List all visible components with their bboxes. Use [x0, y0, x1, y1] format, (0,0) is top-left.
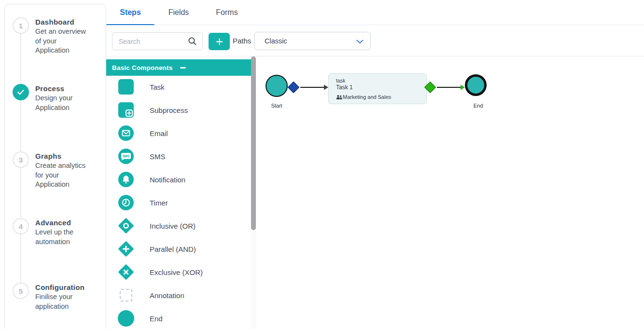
task-type-label: task	[336, 78, 426, 84]
inclusive-or-icon	[118, 218, 134, 234]
component-palette: Basic Components Task Subprocess	[106, 56, 256, 329]
step-number: 1	[19, 22, 23, 30]
palette-item-inclusive-or[interactable]: Inclusive (OR)	[106, 214, 251, 237]
step-text: Advanced Level up the automation	[35, 218, 102, 247]
step-title: Dashboard	[35, 18, 102, 26]
tab-fields[interactable]: Fields	[154, 0, 203, 25]
plus-icon	[216, 38, 223, 45]
task-node[interactable]: task Task 1 Marketing and Sales	[328, 73, 427, 104]
step-text: Process Design your Application	[35, 84, 102, 112]
step-number: 5	[19, 287, 23, 295]
palette-item-label: SMS	[150, 152, 166, 161]
step-number-badge: 4	[13, 218, 29, 234]
step-complete-badge	[13, 84, 29, 100]
process-canvas[interactable]: Start task Task 1 Marketing and Sales	[256, 56, 644, 329]
path-diamond-blue[interactable]	[287, 81, 300, 94]
tab-forms[interactable]: Forms	[203, 0, 251, 25]
task-group-label: Marketing and Sales	[343, 94, 391, 100]
palette-item-label: Inclusive (OR)	[150, 222, 196, 230]
step-number: 3	[19, 156, 23, 164]
designer-tabs: Steps Fields Forms	[106, 0, 644, 25]
end-node-label: End	[465, 103, 491, 109]
add-path-button[interactable]	[209, 33, 230, 50]
process-designer-app: 1 Dashboard Get an overview of your Appl…	[0, 0, 644, 329]
palette-item-end[interactable]: End	[106, 307, 251, 329]
palette-scrollbar-track[interactable]	[251, 56, 256, 329]
path-select-value: Classic	[265, 37, 287, 45]
path-select[interactable]: Classic	[254, 32, 371, 50]
subprocess-icon	[118, 102, 134, 118]
palette-item-notification[interactable]: Notification	[106, 168, 251, 191]
palette-item-parallel-and[interactable]: Parallel (AND)	[106, 237, 251, 260]
search-input[interactable]	[112, 33, 185, 50]
end-node[interactable]	[465, 74, 487, 96]
step-description: Finilise your application	[35, 292, 89, 311]
annotation-icon	[118, 287, 134, 303]
palette-item-list: Task Subprocess	[106, 75, 251, 329]
task-icon	[118, 79, 134, 95]
flow-arrow-1	[300, 84, 329, 91]
palette-item-sms[interactable]: SMS SMS	[106, 145, 251, 168]
palette-item-email[interactable]: Email	[106, 122, 251, 145]
svg-text:SMS: SMS	[123, 154, 130, 158]
stepper-sidebar: 1 Dashboard Get an overview of your Appl…	[4, 4, 106, 329]
tab-steps[interactable]: Steps	[106, 0, 154, 25]
palette-item-label: Subprocess	[150, 106, 188, 114]
timer-icon	[118, 194, 134, 211]
check-icon	[16, 88, 25, 96]
palette-scrollbar-thumb[interactable]	[251, 56, 256, 230]
users-icon	[336, 95, 342, 100]
paths-label: Paths	[233, 25, 251, 56]
step-title: Graphs	[35, 152, 102, 160]
stepper-step-process[interactable]: Process Design your Application	[13, 84, 102, 112]
step-number-badge: 1	[13, 17, 29, 34]
palette-item-label: Exclusive (XOR)	[150, 268, 203, 276]
step-text: Dashboard Get an overview of your Applic…	[35, 17, 102, 55]
stepper-step-dashboard[interactable]: 1 Dashboard Get an overview of your Appl…	[13, 17, 102, 55]
step-text: Configuration Finilise your application	[35, 283, 102, 311]
email-icon	[118, 125, 134, 141]
palette-item-label: Notification	[150, 176, 185, 184]
chevron-down-icon	[356, 40, 364, 44]
path-diamond-green[interactable]	[423, 81, 437, 94]
collapse-minus-icon[interactable]	[180, 67, 186, 69]
palette-item-label: Task	[150, 83, 165, 91]
palette-item-task[interactable]: Task	[106, 75, 251, 98]
step-title: Advanced	[35, 219, 102, 227]
exclusive-xor-icon	[118, 264, 134, 280]
step-title: Configuration	[35, 283, 102, 291]
task-name-label: Task 1	[336, 84, 426, 91]
stepper-step-advanced[interactable]: 4 Advanced Level up the automation	[13, 218, 102, 247]
search-box	[112, 32, 203, 50]
step-title: Process	[35, 84, 102, 93]
flow-arrow-2	[437, 84, 465, 91]
palette-header-title: Basic Components	[112, 64, 172, 71]
step-description: Level up the automation	[35, 228, 89, 247]
step-description: Get an overview of your Application	[35, 27, 89, 55]
step-number-badge: 5	[13, 283, 29, 299]
palette-item-exclusive-xor[interactable]: Exclusive (XOR)	[106, 260, 251, 284]
notification-icon	[118, 171, 134, 188]
step-description: Create analytics for your Application	[35, 161, 89, 190]
steps-toolbar: Paths Classic	[106, 25, 644, 56]
step-text: Graphs Create analytics for your Applica…	[35, 151, 102, 190]
step-number-badge: 3	[13, 151, 29, 168]
start-node-label: Start	[262, 103, 291, 109]
parallel-and-icon	[118, 241, 134, 257]
palette-item-label: End	[150, 315, 163, 323]
end-icon	[118, 310, 134, 327]
palette-item-label: Annotation	[150, 291, 184, 300]
sms-icon: SMS	[118, 148, 134, 164]
stepper-step-graphs[interactable]: 3 Graphs Create analytics for your Appli…	[13, 151, 102, 190]
step-number: 4	[19, 222, 23, 231]
palette-item-label: Timer	[150, 199, 168, 207]
palette-item-annotation[interactable]: Annotation	[106, 284, 251, 307]
start-node[interactable]	[266, 75, 288, 97]
palette-item-label: Email	[150, 129, 168, 137]
stepper-step-configuration[interactable]: 5 Configuration Finilise your applicatio…	[13, 283, 102, 311]
palette-item-label: Parallel (AND)	[150, 245, 196, 253]
basic-components-header[interactable]: Basic Components	[106, 59, 251, 76]
palette-item-timer[interactable]: Timer	[106, 191, 251, 214]
palette-item-subprocess[interactable]: Subprocess	[106, 98, 251, 122]
step-description: Design your Application	[35, 94, 89, 112]
